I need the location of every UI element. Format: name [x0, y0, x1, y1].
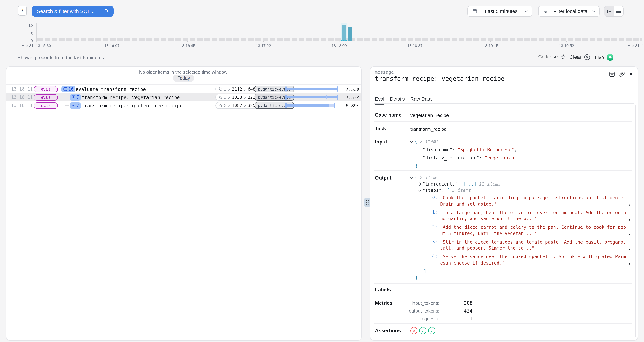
assertion-fail-icon: × — [410, 327, 418, 334]
tab-raw-data[interactable]: Raw Data — [410, 96, 432, 105]
tokens-in: 1082 — [232, 103, 242, 108]
json-collapsed-preview[interactable]: [...] — [463, 182, 476, 187]
histogram-bar[interactable] — [348, 27, 352, 40]
arrow-down-left-icon: ↙ — [244, 86, 246, 92]
archive-button[interactable] — [609, 71, 615, 77]
duration-bar — [286, 95, 338, 100]
detail-scrollbar[interactable] — [635, 106, 636, 337]
span-count-pill[interactable]: 16 — [62, 86, 76, 92]
collapse-vertical-icon — [560, 54, 566, 60]
tab-details[interactable]: Details — [390, 96, 405, 105]
json-expanded-entry: "steps": [ 5 items — [410, 188, 631, 194]
calendar-icon — [472, 8, 478, 14]
sigma-icon: Σ — [224, 103, 226, 108]
span-count-pill[interactable]: 7 — [70, 102, 81, 108]
duration-bar — [286, 103, 338, 108]
chevron-down-icon — [592, 9, 595, 12]
trace-name: evaluate transform_recipe — [76, 86, 146, 92]
panel-resize-handle[interactable] — [364, 198, 370, 207]
step-text: "In a large pan, heat the olive oil over… — [440, 210, 626, 222]
slash-shortcut-key: / — [18, 6, 27, 16]
clear-button[interactable]: Clear — [570, 54, 590, 60]
tab-eval[interactable]: Eval — [375, 96, 384, 105]
trace-time: 13:18:11 — [11, 103, 33, 108]
span-count-pill[interactable]: 7 — [70, 94, 81, 100]
labels-label: Labels — [375, 287, 391, 292]
arrow-down-left-icon: ↙ — [244, 103, 246, 108]
metric-name: requests: — [420, 316, 440, 322]
array-index: 3: — [432, 239, 438, 251]
live-label: Live — [595, 54, 604, 60]
app-root: / Search & filter with SQL... Last 5 min… — [0, 0, 644, 342]
x-axis-tick-label: Mar 31. 13:20:30 — [628, 43, 644, 48]
span-count: 7 — [76, 103, 79, 108]
sigma-icon: Σ — [224, 95, 226, 100]
duration-text: 7.53s — [346, 94, 360, 100]
collapse-label: Collapse — [538, 54, 558, 60]
step-text: "Cook the spaghetti according to package… — [440, 195, 626, 207]
x-axis-tick-label: 13:17:22 — [256, 43, 271, 48]
trace-row[interactable]: 13:18:11 evals 16 evaluate transform_rec… — [6, 85, 362, 93]
json-comma: , — [628, 201, 631, 206]
tokens-out: 323 — [248, 95, 256, 100]
records-histogram — [36, 25, 642, 40]
json-comma: , — [628, 245, 631, 250]
tokens-in: 2112 — [232, 86, 242, 92]
json-array-item: 0: "Cook the spaghetti according to pack… — [432, 195, 631, 207]
metric-name: input_tokens: — [412, 301, 440, 306]
plus-square-icon — [72, 95, 75, 99]
histogram-bar-selected[interactable] — [342, 25, 346, 40]
json-string-value: "vegetarian" — [484, 155, 517, 160]
json-items-count: 2 items — [420, 175, 439, 180]
tree-view-toggle[interactable] — [604, 6, 614, 16]
list-view-toggle[interactable] — [614, 6, 623, 16]
trace-row[interactable]: 13:18:11 evals 7 transform_recipe: glute… — [6, 101, 362, 110]
input-label: Input — [375, 139, 387, 144]
expand-chevron-icon[interactable] — [418, 182, 421, 186]
json-items-count: 12 items — [479, 182, 501, 187]
collapse-chevron-icon[interactable] — [410, 176, 413, 179]
archive-icon — [609, 71, 615, 77]
duration-text: 7.53s — [346, 86, 360, 92]
assertion-pass-icon: ✓ — [428, 327, 435, 334]
filter-lines-icon — [543, 8, 548, 14]
case-name-label: Case name — [375, 112, 402, 118]
tag-icon — [218, 87, 222, 91]
collapse-chevron-icon[interactable] — [410, 140, 413, 143]
assertions-label: Assertions — [375, 328, 401, 334]
step-text: "Stir in the diced tomatoes and tomato p… — [440, 239, 626, 251]
time-range-button[interactable]: Last 5 minutes — [467, 6, 532, 17]
tabs-divider — [374, 103, 634, 104]
step-text: "Add the diced carrot and celery to the … — [440, 224, 626, 236]
x-axis-tick-label: 13:19:15 — [483, 43, 498, 48]
trace-name: transform_recipe: gluten_free_recipe — [82, 103, 182, 108]
tokens-pill: Σ ↗ 1082 ↙ 325 — [216, 102, 258, 109]
x-axis-tick-label: 13:19:52 — [559, 43, 574, 48]
detail-panel: message transform_recipe: vegetarian_rec… — [370, 66, 638, 340]
filter-local-data-button[interactable]: Filter local data — [538, 6, 600, 17]
trace-row-selected[interactable]: 13:18:11 evals 7 transform_recipe: veget… — [6, 93, 362, 101]
time-range-label: Last 5 minutes — [485, 8, 518, 14]
detail-title: transform_recipe: vegetarian_recipe — [375, 75, 504, 82]
tokens-pill: Σ ↗ 1030 ↙ 323 — [216, 94, 258, 100]
live-toggle[interactable]: Live — [595, 54, 614, 61]
json-open-brace: { — [414, 175, 417, 180]
json-array-item: 2: "Add the diced carrot and celery to t… — [432, 224, 631, 236]
search-button[interactable]: Search & filter with SQL... — [32, 6, 114, 17]
copy-link-button[interactable] — [619, 71, 625, 77]
json-array-item: 4: "Serve the sauce over the cooked spag… — [432, 254, 631, 266]
duration-bar — [286, 86, 338, 92]
json-comma: , — [628, 216, 631, 221]
json-comma: , — [628, 230, 631, 236]
tag-icon — [218, 104, 222, 108]
close-button[interactable]: × — [629, 72, 633, 77]
json-comma: , — [514, 147, 517, 152]
collapse-button[interactable]: Collapse — [538, 54, 566, 60]
tokens-in: 1030 — [232, 95, 242, 100]
y-axis-tick-5: 5 — [25, 31, 33, 36]
duration-text: 6.89s — [346, 103, 360, 108]
arrow-up-right-icon: ↗ — [228, 95, 230, 100]
collapse-chevron-icon[interactable] — [418, 188, 421, 192]
json-key: "ingredients": — [422, 182, 460, 187]
x-axis: Mar 31. 13:15:30 13:16:07 13:16:45 13:17… — [36, 40, 642, 50]
